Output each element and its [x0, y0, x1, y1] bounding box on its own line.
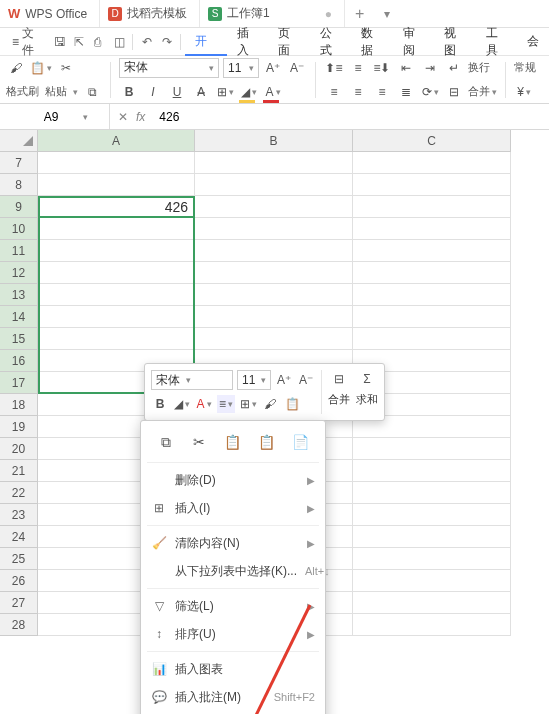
menu-item[interactable]: 删除(D)▶ [141, 466, 325, 494]
cell-C22[interactable] [353, 482, 511, 504]
strike-button[interactable]: A̶ [191, 82, 211, 102]
align-right-icon[interactable]: ≡ [372, 82, 392, 102]
row-header-14[interactable]: 14 [0, 306, 38, 328]
redo-icon[interactable]: ↷ [156, 28, 176, 55]
col-header-C[interactable]: C [353, 130, 511, 152]
cell-B7[interactable] [195, 152, 353, 174]
ribbon-tab-insert[interactable]: 插入 [227, 25, 268, 59]
cell-B11[interactable] [195, 240, 353, 262]
cell-B14[interactable] [195, 306, 353, 328]
cell-C20[interactable] [353, 438, 511, 460]
undo-icon[interactable]: ↶ [136, 28, 156, 55]
row-header-22[interactable]: 22 [0, 482, 38, 504]
format-painter-icon[interactable]: 🖌 [6, 58, 26, 78]
font-size-select[interactable]: 11▾ [223, 58, 259, 78]
menu-item[interactable]: 🧹清除内容(N)▶ [141, 529, 325, 557]
cell-B9[interactable] [195, 196, 353, 218]
tab-wps-office[interactable]: W WPS Office [0, 0, 100, 27]
mini-font-name[interactable]: 宋体▾ [151, 370, 233, 390]
ribbon-tab-tools[interactable]: 工具 [476, 25, 517, 59]
cell-C28[interactable] [353, 614, 511, 636]
row-header-9[interactable]: 9 [0, 196, 38, 218]
namebox-dropdown-icon[interactable]: ▾ [83, 112, 88, 122]
row-header-21[interactable]: 21 [0, 460, 38, 482]
save-icon[interactable]: 🖫 [48, 28, 68, 55]
row-header-20[interactable]: 20 [0, 438, 38, 460]
row-header-28[interactable]: 28 [0, 614, 38, 636]
row-header-18[interactable]: 18 [0, 394, 38, 416]
cell-A10[interactable] [38, 218, 195, 240]
new-tab-button[interactable]: + [345, 5, 374, 23]
cell-B15[interactable] [195, 328, 353, 350]
mini-increase-font-icon[interactable]: A⁺ [275, 371, 293, 389]
cell-C21[interactable] [353, 460, 511, 482]
align-bottom-icon[interactable]: ≡⬇ [372, 58, 392, 78]
cut-icon[interactable]: ✂ [56, 58, 76, 78]
row-header-7[interactable]: 7 [0, 152, 38, 174]
copy-icon[interactable]: ⧉ [155, 431, 177, 453]
cell-A9[interactable]: 426 [38, 196, 195, 218]
cell-C9[interactable] [353, 196, 511, 218]
cell-B10[interactable] [195, 218, 353, 240]
ribbon-tab-more[interactable]: 会 [517, 33, 549, 50]
fx-icon[interactable]: fx [136, 110, 145, 124]
cell-A7[interactable] [38, 152, 195, 174]
mini-bold-button[interactable]: B [151, 395, 169, 413]
paste-special-icon[interactable]: 📋 [256, 431, 278, 453]
row-header-13[interactable]: 13 [0, 284, 38, 306]
cell-C15[interactable] [353, 328, 511, 350]
underline-button[interactable]: U [167, 82, 187, 102]
cell-A11[interactable] [38, 240, 195, 262]
currency-icon[interactable]: ¥▾ [514, 82, 534, 102]
cell-B12[interactable] [195, 262, 353, 284]
increase-font-icon[interactable]: A⁺ [263, 58, 283, 78]
preview-icon[interactable]: ◫ [108, 28, 128, 55]
align-middle-icon[interactable]: ≡ [348, 58, 368, 78]
mini-fill-color-button[interactable]: ◢▾ [173, 395, 191, 413]
ribbon-tab-data[interactable]: 数据 [351, 25, 392, 59]
ribbon-tab-page[interactable]: 页面 [268, 25, 309, 59]
cell-C12[interactable] [353, 262, 511, 284]
cell-B8[interactable] [195, 174, 353, 196]
cell-A13[interactable] [38, 284, 195, 306]
wrap-text-label[interactable]: 换行 [468, 60, 490, 75]
row-header-26[interactable]: 26 [0, 570, 38, 592]
row-header-19[interactable]: 19 [0, 416, 38, 438]
mini-border-button[interactable]: ⊞▾ [239, 395, 257, 413]
cancel-icon[interactable]: ✕ [118, 110, 128, 124]
menu-item[interactable]: 💬插入批注(M)Shift+F2 [141, 683, 325, 711]
print-icon[interactable]: ⎙ [88, 28, 107, 55]
mini-merge-label[interactable]: 合并 [328, 392, 350, 407]
select-all-corner[interactable] [0, 130, 38, 152]
file-menu[interactable]: ≡ 文件 [6, 28, 48, 55]
cell-reference-input[interactable] [21, 110, 81, 124]
row-header-17[interactable]: 17 [0, 372, 38, 394]
menu-item[interactable]: ↕排序(U)▶ [141, 620, 325, 648]
name-box[interactable]: ▾ [0, 104, 110, 129]
number-format-select[interactable]: 常规 [514, 60, 536, 75]
menu-item[interactable]: 从下拉列表中选择(K)...Alt+↓ [141, 557, 325, 585]
row-header-27[interactable]: 27 [0, 592, 38, 614]
tab-workbook[interactable]: S 工作簿1 ● [200, 0, 345, 27]
font-color-button[interactable]: A▾ [263, 82, 283, 102]
wrap-text-icon[interactable]: ↵ [444, 58, 464, 78]
align-top-icon[interactable]: ⬆≡ [324, 58, 344, 78]
cell-C10[interactable] [353, 218, 511, 240]
copy-icon[interactable]: ⧉ [82, 82, 102, 102]
mini-font-size[interactable]: 11▾ [237, 370, 271, 390]
clipboard-icon[interactable]: 📄 [289, 431, 311, 453]
mini-decrease-font-icon[interactable]: A⁻ [297, 371, 315, 389]
cell-C23[interactable] [353, 504, 511, 526]
align-left-icon[interactable]: ≡ [324, 82, 344, 102]
merge-icon[interactable]: ⊟ [444, 82, 464, 102]
row-header-10[interactable]: 10 [0, 218, 38, 240]
decrease-font-icon[interactable]: A⁻ [287, 58, 307, 78]
mini-font-color-button[interactable]: A▾ [195, 395, 213, 413]
menu-item[interactable]: ▽筛选(L)▶ [141, 592, 325, 620]
cell-C11[interactable] [353, 240, 511, 262]
fill-color-button[interactable]: ◢▾ [239, 82, 259, 102]
formula-input[interactable] [153, 110, 549, 124]
italic-button[interactable]: I [143, 82, 163, 102]
cell-C14[interactable] [353, 306, 511, 328]
export-icon[interactable]: ⇱ [68, 28, 88, 55]
